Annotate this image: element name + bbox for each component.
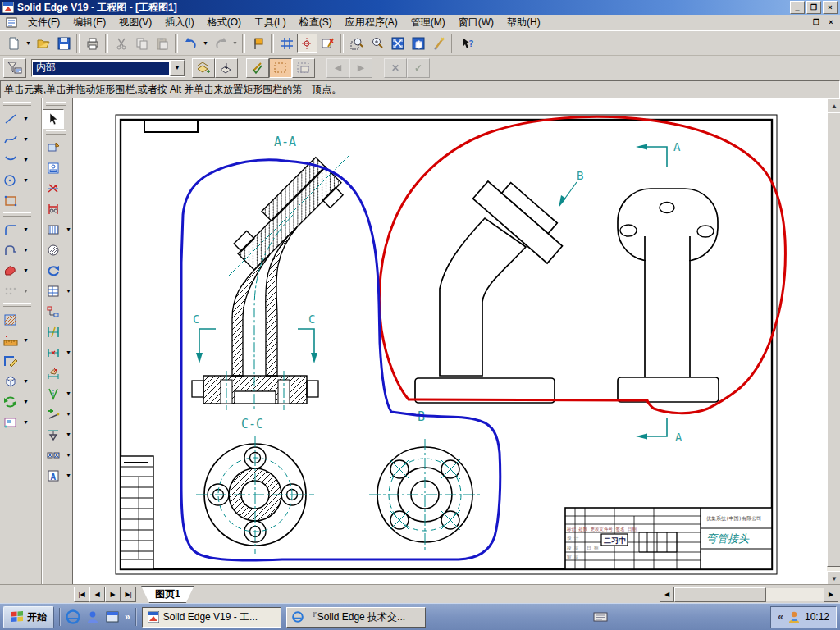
fillet-tool-dropdown[interactable]: ▼ bbox=[21, 221, 30, 239]
fence-inside-button[interactable] bbox=[269, 58, 292, 78]
task-button-browser[interactable]: 『Solid Edge 技术交... bbox=[286, 607, 426, 628]
mdi-minimize-button[interactable]: _ bbox=[795, 17, 808, 29]
principal-view-tool[interactable] bbox=[43, 179, 64, 199]
menu-window[interactable]: 窗口(W) bbox=[452, 14, 500, 31]
undo-dropdown[interactable]: ▼ bbox=[201, 34, 210, 52]
circle-tool-dropdown[interactable]: ▼ bbox=[21, 171, 30, 189]
query-combobox-arrow[interactable]: ▼ bbox=[170, 60, 185, 76]
image-tool[interactable] bbox=[0, 413, 21, 432]
refresh-dropdown[interactable]: ▼ bbox=[21, 393, 30, 411]
cutting-plane-tool[interactable] bbox=[43, 199, 64, 219]
mdi-close-button[interactable]: × bbox=[824, 17, 838, 29]
menu-insert[interactable]: 插入(I) bbox=[158, 14, 200, 31]
view-wizard-tool[interactable] bbox=[43, 138, 64, 158]
undo-button[interactable] bbox=[180, 34, 201, 53]
box-3d-tool[interactable] bbox=[0, 372, 21, 391]
input-method-icon[interactable] bbox=[593, 611, 608, 623]
zoom-button[interactable] bbox=[367, 34, 387, 53]
menu-view[interactable]: 视图(V) bbox=[112, 14, 158, 31]
datum-frame-tool[interactable] bbox=[43, 425, 64, 445]
hscroll-right-button[interactable]: ▶ bbox=[824, 587, 838, 602]
pattern-tool-dropdown[interactable]: ▼ bbox=[21, 282, 30, 300]
dimension-angle-tool[interactable] bbox=[43, 384, 64, 404]
smart-dimension-tool[interactable] bbox=[43, 322, 64, 342]
sheet-nav-last[interactable]: ▶| bbox=[121, 587, 136, 602]
overlay-button[interactable] bbox=[215, 58, 238, 78]
parts-list-tool[interactable] bbox=[43, 281, 64, 301]
quicklaunch-window-icon[interactable] bbox=[105, 609, 120, 624]
section-tool[interactable] bbox=[43, 220, 64, 240]
fence-overlap-button[interactable] bbox=[292, 58, 315, 78]
arc-tool[interactable] bbox=[0, 150, 21, 170]
open-button[interactable] bbox=[33, 34, 53, 53]
vertical-scroll-thumb[interactable] bbox=[827, 112, 840, 567]
fillet-tool[interactable] bbox=[0, 220, 21, 240]
quicklaunch-chevron[interactable]: » bbox=[125, 611, 130, 623]
palette-grip[interactable] bbox=[3, 102, 31, 106]
rectangle-tool[interactable] bbox=[0, 191, 21, 211]
menu-manage[interactable]: 管理(M) bbox=[404, 14, 452, 31]
back-button[interactable]: ◀ bbox=[326, 58, 349, 78]
box-3d-dropdown[interactable]: ▼ bbox=[21, 372, 30, 390]
start-button[interactable]: 开始 bbox=[3, 606, 54, 628]
goto-flag-button[interactable] bbox=[248, 34, 268, 53]
restore-button[interactable]: ❐ bbox=[806, 1, 821, 14]
update-view-tool[interactable] bbox=[43, 261, 64, 281]
tray-user-icon[interactable] bbox=[788, 610, 801, 623]
paste-button[interactable] bbox=[152, 34, 172, 53]
sheet-nav-prev[interactable]: ◀ bbox=[89, 587, 105, 602]
mdi-restore-button[interactable]: ❐ bbox=[810, 17, 823, 29]
query-combobox[interactable]: 内部 ▼ bbox=[31, 59, 185, 77]
line-tool[interactable] bbox=[0, 109, 21, 129]
detail-view-tool[interactable] bbox=[43, 240, 64, 260]
sheet-tab-active[interactable]: 图页1 bbox=[141, 586, 194, 603]
draw-check-button[interactable] bbox=[246, 58, 269, 78]
select-tool[interactable] bbox=[43, 109, 64, 129]
menu-help[interactable]: 帮助(H) bbox=[500, 14, 547, 31]
chamfer-tool[interactable] bbox=[0, 240, 21, 260]
sketch-view-button[interactable] bbox=[317, 34, 338, 53]
menu-edit[interactable]: 编辑(E) bbox=[66, 14, 112, 31]
drawing-sheet-svg[interactable]: 标记 处数 更改文件号 签名 日期 设 计 校 核 审 核 日 期 二习中 优集… bbox=[73, 98, 827, 584]
cut-button[interactable] bbox=[111, 34, 131, 53]
scroll-up-button[interactable]: ▲ bbox=[827, 98, 840, 113]
pan-button[interactable] bbox=[408, 34, 428, 53]
text-profile-tool[interactable]: A bbox=[43, 466, 64, 486]
quicklaunch-ie-icon[interactable] bbox=[66, 609, 80, 624]
menu-format[interactable]: 格式(O) bbox=[201, 14, 248, 31]
help-button[interactable]: ? bbox=[457, 34, 477, 53]
dimension-free-tool[interactable] bbox=[43, 363, 64, 383]
menu-file[interactable]: 文件(F) bbox=[21, 14, 66, 31]
curve-tool-dropdown[interactable]: ▼ bbox=[21, 130, 30, 148]
copy-button[interactable] bbox=[131, 34, 152, 53]
new-button[interactable] bbox=[3, 34, 24, 53]
cancel-button[interactable]: ✕ bbox=[384, 58, 407, 78]
line-tool-dropdown[interactable]: ▼ bbox=[21, 110, 30, 128]
hatch-tool[interactable] bbox=[0, 310, 21, 330]
sheet-nav-next[interactable]: ▶ bbox=[105, 587, 121, 602]
dimension-ruler-tool[interactable] bbox=[0, 331, 21, 350]
annotation-plus-tool[interactable] bbox=[43, 404, 64, 424]
curve-tool[interactable] bbox=[0, 130, 21, 149]
overlay-add-button[interactable] bbox=[192, 58, 215, 78]
hscroll-left-button[interactable]: ◀ bbox=[660, 587, 674, 602]
distance-between-tool[interactable] bbox=[43, 343, 64, 363]
task-button-solidedge[interactable]: Solid Edge V19 - 工... bbox=[142, 607, 281, 628]
circle-tool[interactable] bbox=[0, 171, 21, 190]
edge-paint-tool[interactable] bbox=[0, 351, 21, 371]
image-tool-dropdown[interactable]: ▼ bbox=[21, 413, 30, 431]
alignment-target-button[interactable] bbox=[297, 34, 317, 53]
drawing-view-tool[interactable] bbox=[43, 158, 64, 178]
horizontal-scroll-track[interactable] bbox=[766, 588, 824, 601]
redo-dropdown[interactable]: ▼ bbox=[231, 34, 240, 52]
menu-inspect[interactable]: 检查(S) bbox=[293, 14, 339, 31]
sheet-nav-first[interactable]: |◀ bbox=[74, 587, 89, 602]
save-button[interactable] bbox=[53, 34, 74, 53]
new-dropdown[interactable]: ▼ bbox=[24, 34, 33, 52]
arc-tool-dropdown[interactable]: ▼ bbox=[21, 151, 30, 169]
connector-tool[interactable] bbox=[43, 302, 64, 322]
zoom-area-button[interactable] bbox=[346, 34, 367, 53]
refresh-tool[interactable] bbox=[0, 392, 21, 412]
drawing-canvas[interactable]: 标记 处数 更改文件号 签名 日期 设 计 校 核 审 核 日 期 二习中 优集… bbox=[72, 98, 827, 584]
fit-button[interactable] bbox=[387, 34, 408, 53]
